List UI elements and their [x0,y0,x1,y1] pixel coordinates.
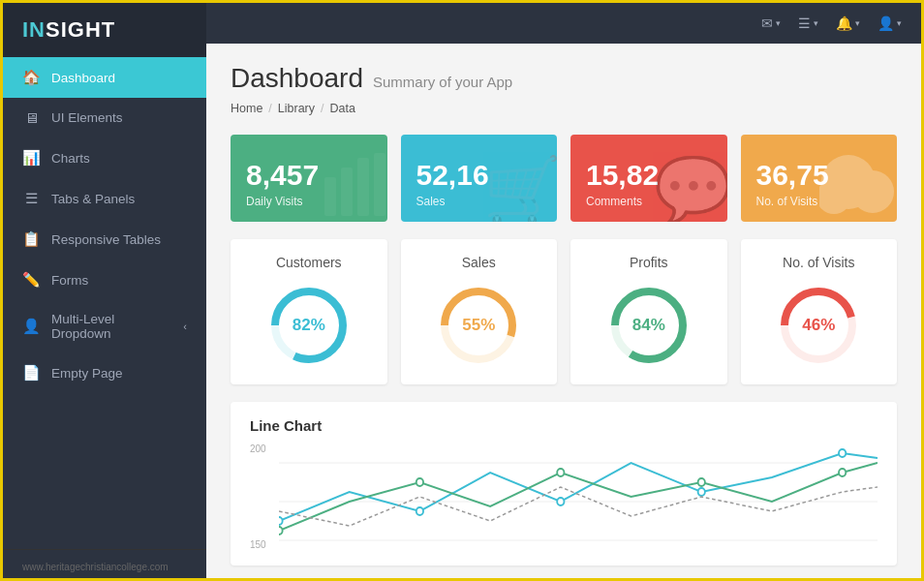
donut-cards-grid: Customers 82% Sales 55% [231,239,897,384]
donut-percent-profits: 84% [632,316,665,335]
sidebar-item-multilevel[interactable]: 👤 Multi-Level Dropdown ‹ [3,300,206,352]
table-icon: 📋 [22,230,40,248]
donut-chart-customers: 82% [265,282,353,369]
cart-bg-icon: 🛒 [483,153,557,222]
sidebar-label-forms: Forms [51,273,88,288]
sidebar-navigation: 🏠 Dashboard 🖥 UI Elements 📊 Charts ☰ Tab… [3,57,206,549]
bar-chart-bg-icon [320,148,387,222]
bell-icon-button[interactable]: 🔔 ▾ [836,15,860,31]
sidebar-item-empty-page[interactable]: 📄 Empty Page [3,352,206,393]
sidebar-label-responsive-tables: Responsive Tables [51,232,161,247]
sidebar-item-tabs-panels[interactable]: ☰ Tabs & Panels [3,178,206,219]
sidebar-label-empty-page: Empty Page [51,366,123,381]
svg-point-19 [416,507,423,515]
brand-in: IN [22,17,46,42]
breadcrumb: Home / Library / Data [231,102,897,115]
line-chart-title: Line Chart [250,417,878,434]
user-icon-button[interactable]: 👤 ▾ [878,15,902,31]
y-label-150: 150 [250,539,279,550]
sidebar-item-ui-elements[interactable]: 🖥 UI Elements [3,98,206,138]
sidebar-item-charts[interactable]: 📊 Charts [3,138,206,178]
svg-point-22 [839,449,846,457]
donut-card-customers: Customers 82% [231,239,387,384]
breadcrumb-data: Data [330,102,355,115]
breadcrumb-sep-1: / [268,102,271,115]
page-content: Dashboard Summary of your App Home / Lib… [206,44,921,578]
svg-point-27 [839,469,846,476]
grid-icon-button[interactable]: ☰ ▾ [798,15,818,31]
donut-chart-no-of-visits: 46% [775,282,862,369]
sidebar-label-tabs-panels: Tabs & Panels [51,192,135,206]
comment-bg-icon: 💬 [654,153,727,222]
main-content: ✉ ▾ ☰ ▾ 🔔 ▾ 👤 ▾ Dashboard Summary of you… [206,3,921,578]
mail-icon-button[interactable]: ✉ ▾ [761,15,781,31]
stat-label-visits: No. of Visits [756,195,882,208]
donut-title-no-of-visits: No. of Visits [756,255,882,270]
donut-percent-sales: 55% [462,316,495,335]
breadcrumb-sep-2: / [321,102,323,115]
stat-card-visits: 36,75 No. of Visits [741,135,898,222]
chevron-left-icon: ‹ [183,321,187,332]
brand-logo: INSIGHT [3,3,206,57]
svg-point-26 [698,478,705,486]
svg-rect-1 [341,168,353,216]
donut-chart-sales: 55% [435,282,522,369]
sidebar-footer: www.heritagechristiancollege.com [3,549,206,581]
stat-card-sales: 🛒 52,16 Sales [401,135,558,222]
stat-label-daily-visits: Daily Visits [246,195,372,208]
monitor-icon: 🖥 [22,109,40,126]
donut-card-profits: Profits 84% [570,239,727,384]
sidebar-label-dashboard: Dashboard [51,71,115,85]
line-chart-area: 200 150 [250,443,878,550]
breadcrumb-library[interactable]: Library [278,102,315,115]
home-icon: 🏠 [22,69,40,86]
tabs-icon: ☰ [22,190,40,207]
svg-point-21 [698,488,705,496]
line-chart-svg-container [279,443,878,554]
sidebar-item-dashboard[interactable]: 🏠 Dashboard [3,57,206,98]
sidebar-label-multilevel: Multi-Level Dropdown [51,312,171,341]
sidebar-item-forms[interactable]: ✏️ Forms [3,260,206,300]
svg-point-25 [557,469,564,476]
breadcrumb-home[interactable]: Home [231,102,262,115]
stat-card-comments: 💬 15,82 Comments [570,135,727,222]
donut-chart-profits: 84% [605,282,693,369]
sidebar-label-ui-elements: UI Elements [51,110,123,125]
svg-point-24 [416,478,423,486]
donut-percent-no-of-visits: 46% [802,316,835,335]
donut-percent-customers: 82% [293,316,325,335]
user-group-icon: 👤 [22,318,40,335]
stat-label-sales: Sales [416,195,542,208]
donut-title-profits: Profits [586,255,712,270]
chart-icon: 📊 [22,149,40,167]
donut-card-sales: Sales 55% [401,239,558,384]
y-label-200: 200 [250,443,279,454]
chart-y-axis: 200 150 [250,443,279,550]
page-header: Dashboard Summary of your App [231,63,897,94]
sidebar: INSIGHT 🏠 Dashboard 🖥 UI Elements 📊 Char… [3,3,206,581]
page-subtitle: Summary of your App [373,74,512,90]
sidebar-item-responsive-tables[interactable]: 📋 Responsive Tables [3,219,206,260]
line-chart-section: Line Chart 200 150 [231,402,897,566]
brand-sight: SIGHT [46,17,115,42]
page-title: Dashboard [231,63,363,94]
stat-card-daily-visits: 8,457 Daily Visits [231,135,387,222]
donut-card-no-of-visits: No. of Visits 46% [741,239,898,384]
donut-title-customers: Customers [246,255,372,270]
forms-icon: ✏️ [22,271,40,289]
sidebar-label-charts: Charts [51,151,90,166]
svg-rect-3 [374,153,385,216]
page-icon: 📄 [22,364,40,382]
donut-title-sales: Sales [416,255,542,270]
stat-label-comments: Comments [586,195,712,208]
stat-cards-grid: 8,457 Daily Visits 🛒 52,16 Sales 💬 15,82… [231,135,897,222]
svg-point-23 [279,527,283,535]
svg-point-18 [279,517,283,525]
topbar: ✉ ▾ ☰ ▾ 🔔 ▾ 👤 ▾ [206,3,921,44]
svg-point-20 [557,498,564,505]
